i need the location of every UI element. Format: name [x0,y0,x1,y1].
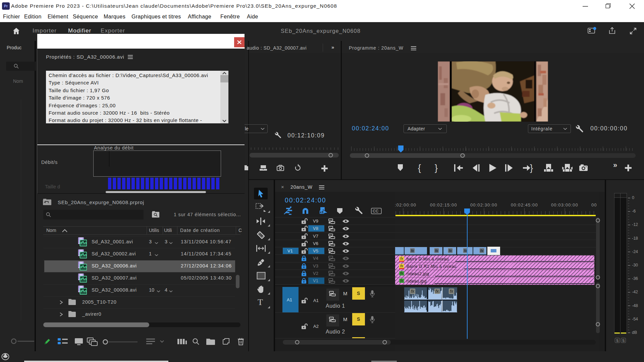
svg-text:{: { [418,163,421,173]
svg-text:CC: CC [373,209,379,214]
svg-text:}: } [530,163,533,173]
svg-text:»: » [613,163,617,169]
svg-text:}: } [435,163,438,173]
